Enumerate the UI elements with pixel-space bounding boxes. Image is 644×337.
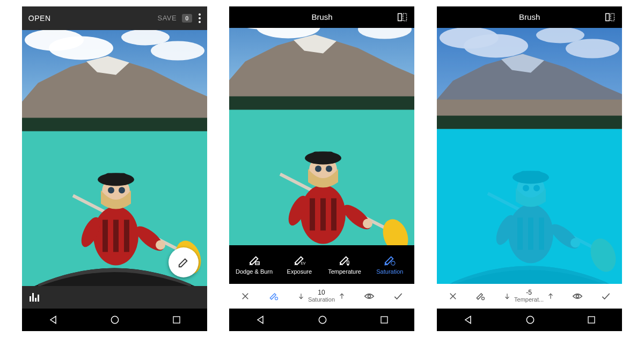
brush-exposure[interactable]: EV Exposure — [279, 254, 320, 275]
brush-label: Saturation — [376, 268, 403, 275]
svg-point-42 — [576, 295, 579, 297]
android-nav-bar — [229, 309, 414, 331]
increase-icon[interactable] — [338, 292, 346, 300]
mask-toggle-icon[interactable] — [268, 291, 279, 302]
edit-fab[interactable] — [169, 247, 199, 277]
page-title: Brush — [311, 12, 332, 21]
compare-icon[interactable] — [605, 12, 616, 22]
brush-label: Temperature — [328, 268, 361, 275]
history-badge[interactable]: 0 — [182, 14, 192, 23]
apply-icon[interactable] — [393, 292, 404, 301]
overflow-menu-icon[interactable] — [199, 13, 201, 23]
value-number: 10 — [318, 289, 325, 296]
dodge-burn-icon — [247, 254, 261, 266]
photo-canvas[interactable] — [22, 30, 207, 286]
top-bar: Brush — [229, 6, 414, 28]
nav-recent-icon[interactable] — [172, 315, 181, 325]
brush-type-strip: Dodge & Burn EV Exposure Temperature Sat… — [229, 245, 414, 284]
save-button[interactable]: SAVE — [157, 14, 177, 22]
nav-back-icon[interactable] — [255, 314, 266, 325]
compare-icon[interactable] — [397, 12, 408, 22]
nav-home-icon[interactable] — [109, 314, 120, 325]
svg-point-32 — [347, 263, 349, 266]
decrease-icon[interactable] — [297, 292, 305, 300]
svg-point-24 — [112, 316, 119, 323]
svg-rect-27 — [403, 13, 407, 20]
visibility-icon[interactable] — [364, 292, 375, 300]
brush-label: Exposure — [287, 268, 312, 275]
brush-label: Dodge & Burn — [236, 268, 273, 275]
value-bar: -5 Temperat... — [437, 284, 622, 309]
value-label: Saturation — [308, 296, 335, 303]
brush-dodge-burn[interactable]: Dodge & Burn — [233, 254, 275, 275]
visibility-icon[interactable] — [572, 292, 583, 300]
nav-back-icon[interactable] — [463, 314, 473, 325]
nav-back-icon[interactable] — [48, 314, 58, 325]
svg-point-37 — [319, 316, 326, 323]
svg-rect-26 — [398, 13, 402, 20]
screen-main: OPEN SAVE 0 — [22, 6, 207, 331]
screen-brush-applied: Brush -5 Temperat... — [437, 6, 622, 331]
nav-home-icon[interactable] — [525, 314, 536, 325]
info-bar — [22, 286, 207, 309]
brush-temperature[interactable]: Temperature — [324, 254, 365, 275]
svg-point-36 — [368, 295, 370, 297]
value-label: Temperat... — [514, 296, 544, 303]
photo-canvas[interactable] — [229, 28, 414, 245]
value-stepper: -5 Temperat... — [503, 289, 554, 303]
histogram-icon[interactable] — [30, 293, 39, 302]
open-button[interactable]: OPEN — [28, 14, 51, 23]
cancel-icon[interactable] — [240, 291, 250, 301]
nav-recent-icon[interactable] — [379, 315, 389, 325]
mask-toggle-icon[interactable] — [475, 291, 486, 302]
svg-point-35 — [275, 297, 278, 299]
top-bar: Brush — [437, 6, 622, 28]
photo-canvas[interactable] — [437, 28, 622, 284]
svg-point-41 — [482, 297, 485, 299]
value-number: -5 — [526, 289, 532, 296]
screen-brush-options: Brush Dodge & Burn EV Exposure Temperatu… — [229, 6, 414, 331]
cancel-icon[interactable] — [448, 291, 458, 301]
saturation-icon — [383, 254, 397, 266]
page-title: Brush — [519, 12, 540, 21]
svg-text:EV: EV — [301, 261, 306, 265]
svg-rect-25 — [173, 317, 180, 323]
brush-saturation[interactable]: Saturation — [369, 254, 411, 275]
svg-rect-39 — [606, 13, 610, 20]
nav-recent-icon[interactable] — [587, 315, 596, 325]
value-bar: 10 Saturation — [229, 284, 414, 309]
svg-rect-44 — [588, 317, 595, 323]
decrease-icon[interactable] — [503, 292, 511, 300]
increase-icon[interactable] — [547, 292, 554, 300]
svg-rect-40 — [611, 13, 614, 20]
svg-rect-38 — [381, 317, 387, 323]
svg-point-43 — [526, 316, 533, 323]
apply-icon[interactable] — [601, 292, 611, 301]
exposure-icon: EV — [292, 254, 306, 266]
top-bar: OPEN SAVE 0 — [22, 6, 207, 30]
android-nav-bar — [437, 309, 622, 331]
temperature-icon — [338, 254, 352, 266]
nav-home-icon[interactable] — [317, 314, 328, 325]
android-nav-bar — [22, 309, 207, 331]
value-stepper: 10 Saturation — [297, 289, 346, 303]
pencil-icon — [178, 257, 189, 268]
